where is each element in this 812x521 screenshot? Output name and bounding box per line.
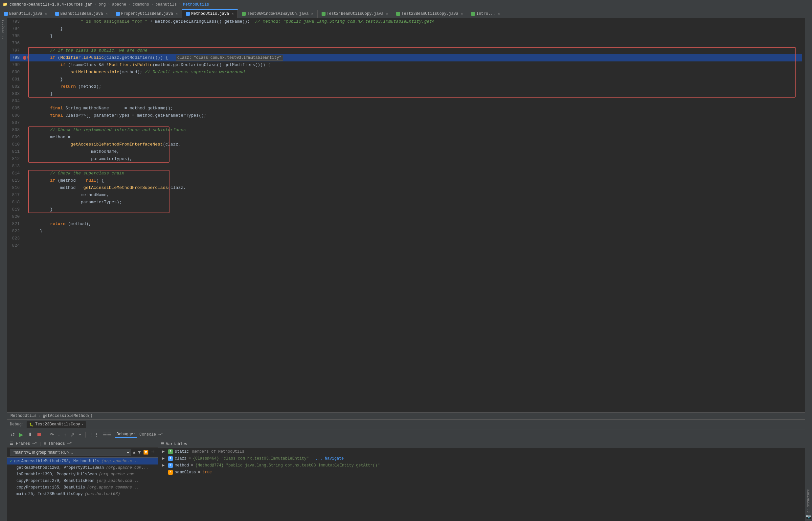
breadcrumb-arrow: ›: [39, 413, 41, 418]
line-number: 823: [10, 235, 23, 242]
frames-panel: ☰ Frames →* | ≡ Threads →* "main"@1 in g…: [7, 440, 158, 521]
sidebar-label: 1: Project: [2, 19, 5, 39]
var-eq: =: [198, 470, 200, 475]
code-text: methodName,: [29, 191, 109, 199]
layout-button[interactable]: ☰☰: [101, 431, 113, 438]
code-text: method =: [29, 134, 71, 141]
debug-tab-close[interactable]: ✕: [82, 423, 84, 426]
variables-content: ▶ S static members of MethodUtils ▶ P cl…: [158, 448, 805, 521]
code-text: }: [29, 25, 63, 32]
tab-close[interactable]: ✕: [45, 12, 47, 16]
frame-item[interactable]: isReadable:1390, PropertyUtilsBean (org.…: [7, 471, 158, 478]
frame-item[interactable]: getReadMethod:1203, PropertyUtilsBean (o…: [7, 465, 158, 471]
frame-item[interactable]: copyProperties:279, BeanUtilsBean (org.a…: [7, 478, 158, 484]
editor-content[interactable]: 793 " is not assignable from " + method.…: [7, 18, 805, 412]
frame-name: isReadable:1390, PropertyUtilsBean: [17, 472, 97, 477]
code-line-817: 817 methodName,: [10, 191, 802, 199]
frame-item[interactable]: main:25, Test23BeanUtilsCopy (com.hx.tes…: [7, 491, 158, 497]
tab-beanutils[interactable]: BeanUtils.java ✕: [0, 10, 51, 18]
step-over-button[interactable]: ↷: [49, 431, 55, 438]
line-number: 800: [10, 69, 23, 76]
evaluate-button[interactable]: ✂: [77, 432, 83, 437]
var-value: {Class@464} "class com.hx.test03.Immutab…: [193, 456, 309, 461]
tab-close[interactable]: ✕: [311, 12, 313, 16]
settings-button[interactable]: ⋮⋮: [88, 431, 100, 438]
thread-selector: "main"@1 in group "main": RUN... ▲ ▼ 🔽 +: [7, 447, 158, 458]
code-text: [29, 40, 32, 47]
line-number: 797: [10, 47, 23, 54]
tab-close[interactable]: ✕: [176, 12, 178, 16]
code-line-800: 800 setMethodAccessible(method); // Defa…: [10, 69, 802, 76]
tab-test23[interactable]: Test23BeanUtilsCopy.java ✕: [392, 10, 467, 18]
step-out-button[interactable]: ↑: [63, 431, 68, 438]
code-text: }: [29, 228, 42, 235]
tab-close[interactable]: ✕: [461, 12, 463, 16]
camera-icon[interactable]: 📷: [806, 514, 811, 520]
code-line-799: 799 if (!sameClass && !Modifier.isPublic…: [10, 62, 802, 69]
frame-name: copyProperties:135, BeanUtils: [17, 485, 85, 490]
tab-methodutils[interactable]: MethodUtils.java ✕: [182, 9, 238, 18]
var-type-p: P: [168, 463, 173, 468]
pause-button[interactable]: ⏸: [26, 431, 34, 438]
var-item-clazz[interactable]: ▶ P clazz = {Class@464} "class com.hx.te…: [158, 455, 805, 462]
code-text: if (method == null) {: [29, 177, 104, 184]
console-label[interactable]: Console →*: [138, 432, 165, 437]
tab-close[interactable]: ✕: [386, 12, 388, 16]
tabs-bar: BeanUtils.java ✕ BeanUtilsBean.java ✕ Pr…: [0, 9, 812, 18]
step-into-button[interactable]: ↓: [56, 431, 62, 438]
stop-button[interactable]: ⏹: [35, 431, 43, 438]
code-area[interactable]: 793 " is not assignable from " + method.…: [7, 18, 805, 412]
expand-icon[interactable]: ▶: [162, 456, 166, 461]
frame-location: (org.apache.com...: [106, 466, 148, 470]
breadcrumb-sep: ›: [94, 2, 97, 7]
navigate-link[interactable]: ... Navigate: [315, 456, 344, 461]
thread-up-button[interactable]: ▲: [132, 449, 136, 456]
code-line-797: 797 // If the class is public, we are do…: [10, 47, 802, 54]
code-line-821: 821 return (method);: [10, 221, 802, 228]
tab-beanutilsbean[interactable]: BeanUtilsBean.java ✕: [51, 10, 112, 18]
var-type-static: S: [168, 449, 173, 454]
threads-tab[interactable]: ≡ Threads →*: [44, 441, 72, 446]
frame-item[interactable]: copyProperties:135, BeanUtils (org.apach…: [7, 484, 158, 491]
resume-button[interactable]: ▶: [17, 430, 25, 439]
tab-test06[interactable]: Test06WindowsAlwaysOn.java ✕: [238, 10, 317, 18]
panel-header: ☰ Frames →* | ≡ Threads →*: [7, 440, 158, 447]
gutter: ➤: [23, 55, 29, 60]
debug-active-tab[interactable]: 🐛 Test23BeanUtilsCopy ✕: [27, 421, 86, 428]
tab-close[interactable]: ✕: [232, 12, 234, 16]
line-number: 796: [10, 40, 23, 47]
rerun-button[interactable]: ↺: [9, 431, 16, 438]
debug-label: Debug:: [10, 422, 24, 427]
var-item-method[interactable]: ▶ P method = {Method@774} "public java.l…: [158, 462, 805, 469]
code-line-805: 805 final String methodName = method.get…: [10, 105, 802, 112]
console-toggle[interactable]: Debugger Console →*: [115, 431, 165, 438]
frames-tab[interactable]: ☰ Frames →*: [10, 441, 37, 446]
tab-test24[interactable]: Test24BeanUtilsCopy.java ✕: [318, 10, 393, 18]
frame-item-active[interactable]: ✓ getAccessibleMethod:798, MethodUtils (…: [7, 458, 158, 465]
tab-label: MethodUtils.java: [191, 12, 229, 16]
line-number: 813: [10, 163, 23, 170]
tab-close[interactable]: ✕: [106, 12, 108, 16]
var-item-sameclass[interactable]: ▶ o sameClass = true: [158, 469, 805, 476]
code-line-796: 796: [10, 40, 802, 47]
code-line-811: 811 methodName,: [10, 148, 802, 155]
tab-intro[interactable]: Intro... ✕: [467, 10, 504, 18]
var-item-static[interactable]: ▶ S static members of MethodUtils: [158, 448, 805, 455]
thread-dropdown[interactable]: "main"@1 in group "main": RUN...: [10, 449, 131, 456]
line-number: 815: [10, 177, 23, 184]
line-number: 812: [10, 155, 23, 163]
line-number: 824: [10, 242, 23, 249]
run-to-cursor-button[interactable]: ↗: [69, 431, 76, 438]
thread-down-button[interactable]: ▼: [137, 449, 141, 456]
variables-title: Variables: [166, 442, 187, 447]
line-number: 807: [10, 119, 23, 127]
tab-propertyutilsbean[interactable]: PropertyUtilsBean.java ✕: [112, 10, 182, 18]
tab-close[interactable]: ✕: [498, 12, 500, 16]
code-text: final Class<?>[] parameterTypes = method…: [29, 112, 206, 119]
debug-body: ☰ Frames →* | ≡ Threads →* "main"@1 in g…: [7, 440, 805, 521]
thread-filter-button[interactable]: 🔽: [143, 449, 149, 456]
expand-icon[interactable]: ▶: [162, 463, 166, 468]
code-text: parameterTypes);: [29, 199, 122, 206]
thread-add-button[interactable]: +: [150, 448, 155, 456]
expand-icon[interactable]: ▶: [162, 449, 166, 454]
